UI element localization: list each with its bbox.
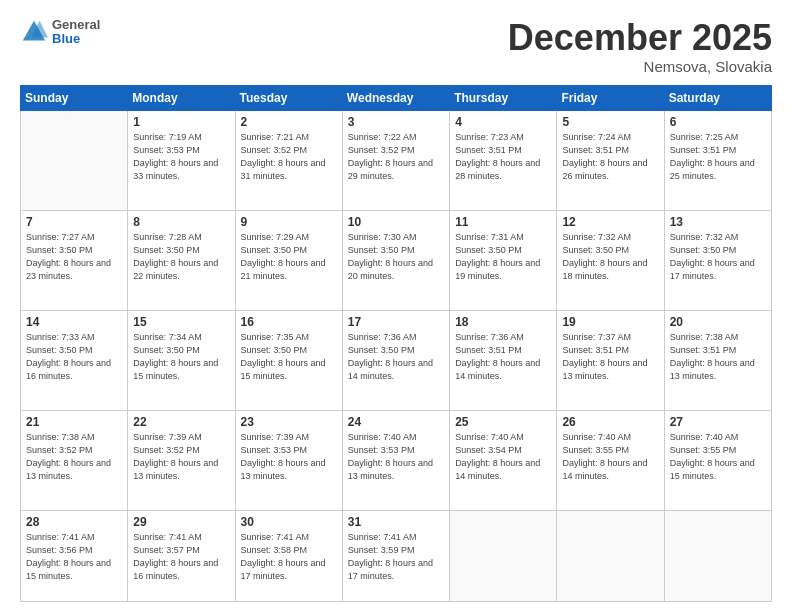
day-info: Sunrise: 7:34 AM Sunset: 3:50 PM Dayligh…	[133, 331, 229, 383]
calendar-cell	[557, 510, 664, 601]
calendar-cell: 28Sunrise: 7:41 AM Sunset: 3:56 PM Dayli…	[21, 510, 128, 601]
day-number: 21	[26, 415, 122, 429]
calendar-cell: 4Sunrise: 7:23 AM Sunset: 3:51 PM Daylig…	[450, 110, 557, 210]
calendar-cell: 5Sunrise: 7:24 AM Sunset: 3:51 PM Daylig…	[557, 110, 664, 210]
calendar-cell: 14Sunrise: 7:33 AM Sunset: 3:50 PM Dayli…	[21, 310, 128, 410]
day-info: Sunrise: 7:29 AM Sunset: 3:50 PM Dayligh…	[241, 231, 337, 283]
day-info: Sunrise: 7:37 AM Sunset: 3:51 PM Dayligh…	[562, 331, 658, 383]
calendar-cell: 27Sunrise: 7:40 AM Sunset: 3:55 PM Dayli…	[664, 410, 771, 510]
weekday-header: Wednesday	[342, 85, 449, 110]
calendar-cell: 15Sunrise: 7:34 AM Sunset: 3:50 PM Dayli…	[128, 310, 235, 410]
day-info: Sunrise: 7:41 AM Sunset: 3:59 PM Dayligh…	[348, 531, 444, 583]
logo-general-label: General	[52, 18, 100, 32]
day-number: 4	[455, 115, 551, 129]
weekday-header: Sunday	[21, 85, 128, 110]
calendar-cell: 12Sunrise: 7:32 AM Sunset: 3:50 PM Dayli…	[557, 210, 664, 310]
day-info: Sunrise: 7:33 AM Sunset: 3:50 PM Dayligh…	[26, 331, 122, 383]
day-number: 11	[455, 215, 551, 229]
calendar-cell	[664, 510, 771, 601]
calendar-cell: 1Sunrise: 7:19 AM Sunset: 3:53 PM Daylig…	[128, 110, 235, 210]
header: General Blue December 2025 Nemsova, Slov…	[20, 18, 772, 75]
day-number: 15	[133, 315, 229, 329]
day-number: 19	[562, 315, 658, 329]
day-number: 3	[348, 115, 444, 129]
day-info: Sunrise: 7:39 AM Sunset: 3:53 PM Dayligh…	[241, 431, 337, 483]
day-number: 22	[133, 415, 229, 429]
weekday-header: Saturday	[664, 85, 771, 110]
calendar-cell: 9Sunrise: 7:29 AM Sunset: 3:50 PM Daylig…	[235, 210, 342, 310]
day-info: Sunrise: 7:23 AM Sunset: 3:51 PM Dayligh…	[455, 131, 551, 183]
calendar-table: SundayMondayTuesdayWednesdayThursdayFrid…	[20, 85, 772, 602]
day-info: Sunrise: 7:36 AM Sunset: 3:50 PM Dayligh…	[348, 331, 444, 383]
day-number: 8	[133, 215, 229, 229]
calendar-cell: 19Sunrise: 7:37 AM Sunset: 3:51 PM Dayli…	[557, 310, 664, 410]
day-info: Sunrise: 7:25 AM Sunset: 3:51 PM Dayligh…	[670, 131, 766, 183]
calendar-cell: 23Sunrise: 7:39 AM Sunset: 3:53 PM Dayli…	[235, 410, 342, 510]
day-number: 26	[562, 415, 658, 429]
day-number: 16	[241, 315, 337, 329]
calendar-cell: 6Sunrise: 7:25 AM Sunset: 3:51 PM Daylig…	[664, 110, 771, 210]
day-number: 18	[455, 315, 551, 329]
day-info: Sunrise: 7:41 AM Sunset: 3:58 PM Dayligh…	[241, 531, 337, 583]
day-info: Sunrise: 7:27 AM Sunset: 3:50 PM Dayligh…	[26, 231, 122, 283]
day-number: 1	[133, 115, 229, 129]
calendar-cell: 7Sunrise: 7:27 AM Sunset: 3:50 PM Daylig…	[21, 210, 128, 310]
day-info: Sunrise: 7:21 AM Sunset: 3:52 PM Dayligh…	[241, 131, 337, 183]
calendar-cell: 2Sunrise: 7:21 AM Sunset: 3:52 PM Daylig…	[235, 110, 342, 210]
header-row: SundayMondayTuesdayWednesdayThursdayFrid…	[21, 85, 772, 110]
calendar-cell: 24Sunrise: 7:40 AM Sunset: 3:53 PM Dayli…	[342, 410, 449, 510]
day-info: Sunrise: 7:24 AM Sunset: 3:51 PM Dayligh…	[562, 131, 658, 183]
calendar-cell: 21Sunrise: 7:38 AM Sunset: 3:52 PM Dayli…	[21, 410, 128, 510]
logo-blue-label: Blue	[52, 32, 100, 46]
calendar-cell: 10Sunrise: 7:30 AM Sunset: 3:50 PM Dayli…	[342, 210, 449, 310]
day-info: Sunrise: 7:41 AM Sunset: 3:56 PM Dayligh…	[26, 531, 122, 583]
calendar-week-row: 21Sunrise: 7:38 AM Sunset: 3:52 PM Dayli…	[21, 410, 772, 510]
day-number: 28	[26, 515, 122, 529]
day-number: 12	[562, 215, 658, 229]
calendar-cell: 20Sunrise: 7:38 AM Sunset: 3:51 PM Dayli…	[664, 310, 771, 410]
day-number: 25	[455, 415, 551, 429]
page: General Blue December 2025 Nemsova, Slov…	[0, 0, 792, 612]
day-number: 2	[241, 115, 337, 129]
calendar-cell: 3Sunrise: 7:22 AM Sunset: 3:52 PM Daylig…	[342, 110, 449, 210]
day-info: Sunrise: 7:39 AM Sunset: 3:52 PM Dayligh…	[133, 431, 229, 483]
day-number: 23	[241, 415, 337, 429]
day-info: Sunrise: 7:38 AM Sunset: 3:52 PM Dayligh…	[26, 431, 122, 483]
weekday-header: Tuesday	[235, 85, 342, 110]
day-info: Sunrise: 7:40 AM Sunset: 3:54 PM Dayligh…	[455, 431, 551, 483]
logo: General Blue	[20, 18, 100, 47]
logo-icon	[20, 18, 48, 46]
title-block: December 2025 Nemsova, Slovakia	[508, 18, 772, 75]
calendar-week-row: 14Sunrise: 7:33 AM Sunset: 3:50 PM Dayli…	[21, 310, 772, 410]
weekday-header: Friday	[557, 85, 664, 110]
calendar-week-row: 28Sunrise: 7:41 AM Sunset: 3:56 PM Dayli…	[21, 510, 772, 601]
calendar-cell	[21, 110, 128, 210]
calendar-cell: 25Sunrise: 7:40 AM Sunset: 3:54 PM Dayli…	[450, 410, 557, 510]
day-info: Sunrise: 7:19 AM Sunset: 3:53 PM Dayligh…	[133, 131, 229, 183]
day-info: Sunrise: 7:36 AM Sunset: 3:51 PM Dayligh…	[455, 331, 551, 383]
day-number: 27	[670, 415, 766, 429]
calendar-title: December 2025	[508, 18, 772, 58]
day-number: 24	[348, 415, 444, 429]
day-info: Sunrise: 7:22 AM Sunset: 3:52 PM Dayligh…	[348, 131, 444, 183]
calendar-week-row: 1Sunrise: 7:19 AM Sunset: 3:53 PM Daylig…	[21, 110, 772, 210]
day-info: Sunrise: 7:41 AM Sunset: 3:57 PM Dayligh…	[133, 531, 229, 583]
calendar-cell: 17Sunrise: 7:36 AM Sunset: 3:50 PM Dayli…	[342, 310, 449, 410]
day-info: Sunrise: 7:40 AM Sunset: 3:55 PM Dayligh…	[562, 431, 658, 483]
calendar-cell: 16Sunrise: 7:35 AM Sunset: 3:50 PM Dayli…	[235, 310, 342, 410]
day-info: Sunrise: 7:38 AM Sunset: 3:51 PM Dayligh…	[670, 331, 766, 383]
day-info: Sunrise: 7:32 AM Sunset: 3:50 PM Dayligh…	[670, 231, 766, 283]
calendar-cell: 29Sunrise: 7:41 AM Sunset: 3:57 PM Dayli…	[128, 510, 235, 601]
calendar-cell: 8Sunrise: 7:28 AM Sunset: 3:50 PM Daylig…	[128, 210, 235, 310]
calendar-cell: 11Sunrise: 7:31 AM Sunset: 3:50 PM Dayli…	[450, 210, 557, 310]
calendar-cell	[450, 510, 557, 601]
calendar-cell: 13Sunrise: 7:32 AM Sunset: 3:50 PM Dayli…	[664, 210, 771, 310]
weekday-header: Thursday	[450, 85, 557, 110]
day-number: 5	[562, 115, 658, 129]
day-number: 9	[241, 215, 337, 229]
day-number: 17	[348, 315, 444, 329]
day-number: 10	[348, 215, 444, 229]
day-info: Sunrise: 7:40 AM Sunset: 3:55 PM Dayligh…	[670, 431, 766, 483]
calendar-cell: 22Sunrise: 7:39 AM Sunset: 3:52 PM Dayli…	[128, 410, 235, 510]
logo-text: General Blue	[52, 18, 100, 47]
